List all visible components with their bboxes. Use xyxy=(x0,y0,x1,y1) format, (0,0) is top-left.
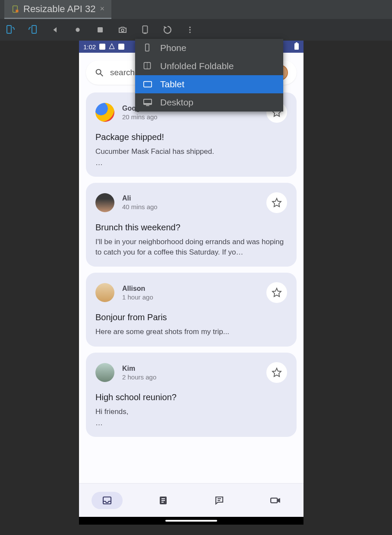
message-title: Bonjour from Paris xyxy=(95,312,287,322)
status-time: 1:02 xyxy=(83,43,96,51)
nav-articles[interactable] xyxy=(148,492,179,509)
message-card[interactable]: Ali 40 mins ago Brunch this weekend? I'l… xyxy=(86,183,297,267)
rotate-right-button[interactable] xyxy=(27,24,39,36)
dropdown-label: Desktop xyxy=(160,97,193,108)
nav-chat[interactable] xyxy=(204,492,235,509)
message-list: Google 20 mins ago Package shipped! Cucu… xyxy=(86,92,297,437)
dropdown-label: Phone xyxy=(160,43,187,53)
app-body: search Google 20 mins ago xyxy=(79,53,303,483)
search-icon xyxy=(95,68,104,77)
restore-button[interactable] xyxy=(161,24,174,36)
message-body: Hi friends, xyxy=(95,407,287,417)
message-body: Here are some great shots from my trip..… xyxy=(95,327,287,337)
device-mode-button[interactable] xyxy=(139,24,151,36)
svg-rect-11 xyxy=(294,43,299,50)
message-title: High school reunion? xyxy=(95,392,287,402)
svg-rect-28 xyxy=(144,103,152,105)
message-time: 40 mins ago xyxy=(122,203,259,210)
screenshot-button[interactable] xyxy=(117,24,129,36)
svg-rect-2 xyxy=(7,25,11,33)
message-ellipsis: … xyxy=(95,159,287,167)
svg-rect-5 xyxy=(98,27,103,32)
svg-point-10 xyxy=(189,32,190,33)
message-title: Brunch this weekend? xyxy=(95,223,287,232)
tab-title: Resizable API 32 xyxy=(23,3,96,15)
close-icon[interactable]: × xyxy=(100,4,105,13)
dropdown-item-desktop[interactable]: Desktop xyxy=(135,93,283,111)
message-ellipsis: … xyxy=(95,419,287,427)
emulator-toolbar xyxy=(0,19,392,41)
dropdown-item-tablet[interactable]: Tablet xyxy=(135,75,283,93)
back-button[interactable] xyxy=(49,24,61,36)
nav-video[interactable] xyxy=(260,492,291,509)
dropdown-label: Tablet xyxy=(160,79,184,89)
desktop-icon xyxy=(143,98,152,107)
sender-avatar xyxy=(95,193,114,212)
svg-rect-3 xyxy=(32,25,36,33)
emulator-tab[interactable]: Resizable API 32 × xyxy=(4,0,111,19)
svg-point-9 xyxy=(189,29,190,30)
sender-avatar xyxy=(95,103,114,122)
more-button[interactable] xyxy=(184,24,196,36)
dropdown-label: Unfolded Foldable xyxy=(160,61,234,71)
sender-avatar xyxy=(95,363,114,382)
emulator-viewport: 1:02 search xyxy=(0,41,392,525)
device-frame: 1:02 search xyxy=(79,41,303,525)
status-icon xyxy=(118,44,124,50)
battery-icon xyxy=(294,42,299,51)
svg-point-13 xyxy=(96,70,101,74)
svg-rect-22 xyxy=(271,498,277,503)
status-icon xyxy=(99,44,105,50)
message-time: 20 mins ago xyxy=(122,113,259,121)
message-time: 1 hour ago xyxy=(122,293,259,301)
dropdown-item-phone[interactable]: Phone xyxy=(135,39,283,57)
message-title: Package shipped! xyxy=(95,132,287,142)
system-nav-bar xyxy=(79,517,303,525)
sender-name: Allison xyxy=(122,285,259,293)
bottom-nav xyxy=(79,483,303,517)
message-body: Cucumber Mask Facial has shipped. xyxy=(95,146,287,157)
sender-name: Kim xyxy=(122,365,259,373)
device-mode-dropdown: Phone Unfolded Foldable Tablet Desktop xyxy=(135,39,283,111)
status-icon xyxy=(109,43,115,51)
home-button[interactable] xyxy=(72,24,84,36)
rotate-left-button[interactable] xyxy=(4,24,16,36)
gesture-bar[interactable] xyxy=(165,520,217,522)
star-button[interactable] xyxy=(266,192,287,213)
svg-rect-23 xyxy=(145,44,149,51)
message-card[interactable]: Allison 1 hour ago Bonjour from Paris He… xyxy=(86,273,297,347)
svg-point-6 xyxy=(121,29,124,32)
foldable-icon xyxy=(143,61,152,71)
dropdown-item-foldable[interactable]: Unfolded Foldable xyxy=(135,57,283,75)
ide-tabbar: Resizable API 32 × xyxy=(0,0,392,19)
message-time: 2 hours ago xyxy=(122,373,259,381)
svg-line-14 xyxy=(101,74,103,76)
tablet-icon xyxy=(143,80,152,89)
sender-name: Ali xyxy=(122,194,259,202)
svg-point-4 xyxy=(76,28,79,32)
svg-rect-12 xyxy=(296,42,297,43)
svg-rect-7 xyxy=(143,26,148,33)
svg-point-8 xyxy=(189,27,190,28)
device-icon xyxy=(11,5,19,13)
nav-inbox[interactable] xyxy=(92,492,123,509)
message-body: I'll be in your neighborhood doing erran… xyxy=(95,237,287,258)
sender-avatar xyxy=(95,283,114,302)
svg-rect-1 xyxy=(16,10,19,12)
phone-icon xyxy=(143,43,152,53)
svg-rect-26 xyxy=(144,82,152,87)
overview-button[interactable] xyxy=(94,24,106,36)
message-card[interactable]: Kim 2 hours ago High school reunion? Hi … xyxy=(86,353,297,437)
star-button[interactable] xyxy=(266,362,287,383)
star-button[interactable] xyxy=(266,282,287,303)
